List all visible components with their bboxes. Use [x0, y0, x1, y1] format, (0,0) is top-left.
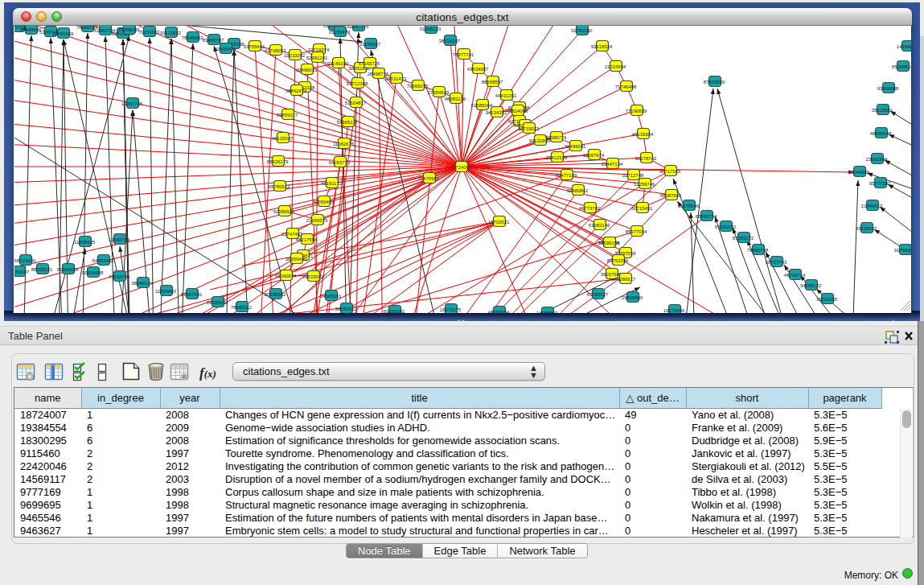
svg-text:60256342: 60256342	[384, 309, 405, 314]
svg-text:93149190: 93149190	[327, 61, 349, 66]
svg-text:46120047: 46120047	[272, 136, 294, 141]
svg-text:98084124: 98084124	[132, 281, 154, 286]
svg-text:68727743: 68727743	[766, 260, 787, 265]
svg-text:39533942: 39533942	[302, 274, 324, 279]
svg-text:67165726: 67165726	[359, 61, 380, 66]
svg-text:48734714: 48734714	[784, 273, 806, 278]
svg-text:03447134: 03447134	[602, 162, 623, 167]
svg-text:63201632: 63201632	[715, 225, 737, 229]
svg-text:77190659: 77190659	[626, 109, 647, 113]
svg-text:12067974: 12067974	[583, 153, 605, 158]
svg-text:90278742: 90278742	[635, 156, 657, 161]
svg-text:88568557: 88568557	[482, 80, 503, 84]
svg-text:58692322: 58692322	[335, 307, 357, 311]
svg-text:31712748: 31712748	[622, 173, 644, 178]
svg-text:83465787: 83465787	[203, 38, 224, 43]
svg-text:11382675: 11382675	[333, 142, 355, 146]
svg-text:65569816: 65569816	[892, 64, 912, 69]
svg-text:35615951: 35615951	[872, 108, 893, 113]
svg-text:51604817: 51604817	[345, 101, 367, 105]
svg-text:32480861: 32480861	[567, 188, 589, 193]
svg-text:68044369: 68044369	[848, 170, 870, 175]
svg-text:48217594: 48217594	[296, 237, 318, 242]
svg-text:85977034: 85977034	[626, 229, 647, 234]
svg-text:53755646: 53755646	[244, 44, 265, 49]
svg-text:51256746: 51256746	[634, 182, 655, 187]
svg-text:36231665: 36231665	[816, 297, 838, 302]
svg-text:91171822: 91171822	[160, 31, 182, 35]
svg-text:68087603: 68087603	[660, 193, 682, 198]
svg-text:10033092: 10033092	[284, 53, 306, 58]
svg-text:68893734: 68893734	[696, 214, 717, 219]
svg-text:09670546: 09670546	[678, 204, 700, 208]
svg-text:23747407: 23747407	[281, 232, 303, 237]
svg-text:58842474: 58842474	[285, 89, 307, 93]
svg-text:91769367: 91769367	[894, 248, 912, 253]
svg-text:31781080: 31781080	[571, 28, 593, 33]
svg-text:95777387: 95777387	[869, 181, 891, 186]
svg-text:94134352: 94134352	[486, 110, 507, 115]
svg-text:94531473: 94531473	[385, 76, 407, 81]
svg-text:64053773: 64053773	[329, 160, 351, 165]
svg-text:40050455: 40050455	[313, 200, 335, 204]
svg-text:70154303: 70154303	[138, 30, 160, 35]
svg-text:34558122: 34558122	[800, 283, 822, 288]
svg-text:01065133: 01065133	[420, 27, 441, 31]
svg-text:86753396: 86753396	[607, 258, 629, 263]
svg-text:82997376: 82997376	[347, 26, 369, 29]
svg-text:48465648: 48465648	[870, 131, 892, 136]
svg-text:90496631: 90496631	[296, 68, 318, 72]
svg-text:99386774: 99386774	[545, 135, 567, 140]
svg-text:96717565: 96717565	[659, 169, 681, 174]
svg-text:51712368: 51712368	[347, 81, 368, 86]
svg-text:04505331: 04505331	[320, 294, 342, 299]
svg-text:44431351: 44431351	[495, 93, 517, 98]
svg-text:74596158: 74596158	[598, 241, 620, 245]
svg-text:78377701: 78377701	[453, 52, 474, 57]
svg-text:13267736: 13267736	[121, 101, 143, 106]
svg-text:33412328: 33412328	[546, 155, 568, 160]
svg-text:43161172: 43161172	[321, 181, 343, 186]
svg-text:67065627: 67065627	[587, 292, 609, 297]
svg-text:82477109: 82477109	[556, 173, 577, 178]
svg-text:32719374: 32719374	[308, 47, 330, 52]
svg-text:09859317: 09859317	[277, 113, 298, 117]
svg-text:78248963: 78248963	[182, 35, 203, 40]
svg-text:88208121: 88208121	[31, 267, 53, 272]
svg-text:64005242: 64005242	[207, 300, 228, 305]
svg-text:11824493: 11824493	[155, 289, 177, 294]
svg-text:23662994: 23662994	[866, 157, 888, 162]
svg-text:22691669: 22691669	[52, 31, 74, 36]
svg-text:87603669: 87603669	[704, 80, 725, 84]
svg-text:18702621: 18702621	[488, 220, 510, 225]
svg-text:36959440: 36959440	[285, 257, 307, 262]
svg-text:71746488: 71746488	[615, 84, 637, 89]
svg-text:80715451: 80715451	[631, 206, 653, 211]
svg-text:31165667: 31165667	[359, 42, 381, 47]
svg-text:43303654: 43303654	[488, 310, 510, 314]
svg-text:21969379: 21969379	[306, 218, 328, 223]
svg-text:86926179: 86926179	[267, 159, 289, 164]
svg-text:16073375: 16073375	[440, 307, 462, 312]
svg-text:87083172: 87083172	[733, 236, 754, 241]
svg-text:f(x): f(x)	[199, 365, 216, 381]
svg-text:21489513: 21489513	[861, 204, 883, 208]
svg-text:25288095: 25288095	[118, 27, 140, 32]
svg-text:11838425: 11838425	[74, 240, 96, 245]
svg-text:68723430: 68723430	[14, 258, 36, 263]
svg-text:13542784: 13542784	[109, 237, 130, 242]
svg-text:65780913: 65780913	[269, 184, 290, 189]
svg-text:47510799: 47510799	[109, 274, 130, 279]
svg-text:78895798: 78895798	[747, 248, 769, 253]
svg-text:14294019: 14294019	[897, 44, 912, 49]
svg-text:52991241: 52991241	[306, 56, 328, 60]
svg-text:05183473: 05183473	[329, 30, 351, 35]
svg-text:54965137: 54965137	[337, 120, 359, 125]
svg-text:40824008: 40824008	[507, 109, 528, 113]
svg-text:02606474: 02606474	[215, 47, 236, 51]
svg-text:21024994: 21024994	[605, 64, 626, 69]
svg-text:51585064: 51585064	[471, 103, 493, 108]
svg-text:46773782: 46773782	[579, 206, 601, 211]
svg-text:27354549: 27354549	[428, 90, 450, 95]
svg-text:93618324: 93618324	[591, 44, 613, 49]
